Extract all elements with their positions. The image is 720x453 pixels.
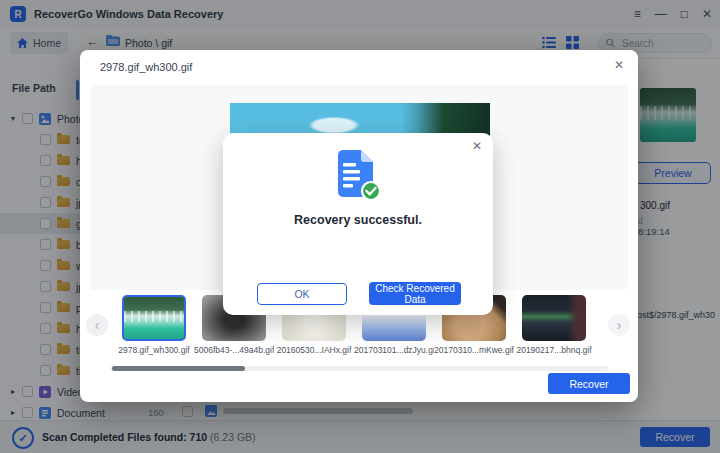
- thumbnail-label: 2978.gif_wh300.gif: [114, 345, 194, 355]
- modal-title: 2978.gif_wh300.gif: [100, 61, 192, 73]
- modal-recover-button[interactable]: Recover: [548, 373, 630, 394]
- dialog-close-icon[interactable]: ✕: [472, 139, 482, 153]
- thumbnail-label: 201703101...dzJyu.gif: [354, 345, 434, 355]
- dialog-message: Recovery successful.: [223, 213, 493, 227]
- filmstrip-next-button[interactable]: ›: [608, 314, 630, 336]
- thumbnail-label: 5006fb43-...49a4b.gif: [194, 345, 274, 355]
- chevron-left-icon: ‹: [95, 318, 100, 332]
- modal-close-icon[interactable]: ✕: [614, 58, 624, 72]
- check-recovered-data-button[interactable]: Check Recovered Data: [369, 282, 461, 305]
- filmstrip-scrollbar[interactable]: [110, 366, 608, 371]
- recovery-success-dialog: ✕ Recovery successful. OK Check Recovere…: [223, 133, 493, 315]
- thumbnail-label: 20190217...bhnq.gif: [514, 345, 594, 355]
- thumbnail-cell[interactable]: 20190217...bhnq.gif: [522, 295, 586, 341]
- document-success-icon: [335, 149, 381, 205]
- ok-button[interactable]: OK: [257, 283, 347, 305]
- thumbnail-cell[interactable]: 2978.gif_wh300.gif: [122, 295, 186, 341]
- app-window: R RecoverGo Windows Data Recovery ≡ — □ …: [0, 0, 720, 453]
- filmstrip-scrollbar-thumb[interactable]: [112, 366, 245, 371]
- thumbnail-image[interactable]: [522, 295, 586, 341]
- thumbnail-label: 20170310...mKwe.gif: [434, 345, 514, 355]
- thumbnail-label: 20160530...IAHx.gif: [274, 345, 354, 355]
- thumbnail-image[interactable]: [122, 295, 186, 341]
- filmstrip-prev-button[interactable]: ‹: [86, 314, 108, 336]
- chevron-right-icon: ›: [617, 318, 622, 332]
